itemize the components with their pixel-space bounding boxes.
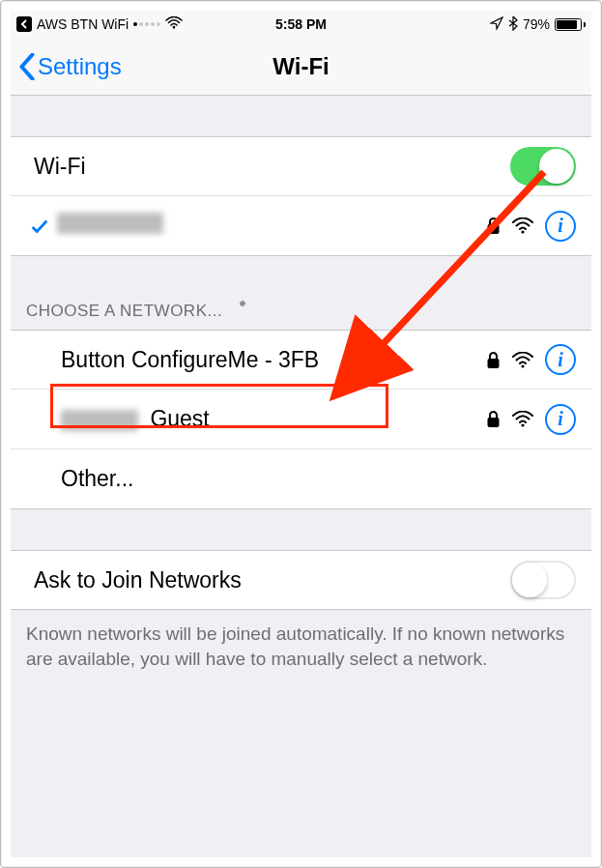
- network-cell-other[interactable]: Other...: [11, 449, 591, 509]
- svg-point-4: [521, 364, 524, 367]
- svg-rect-1: [488, 224, 500, 234]
- choose-network-header: CHOOSE A NETWORK...: [11, 256, 591, 330]
- checkmark-icon: [22, 216, 57, 237]
- wifi-status-icon: [165, 16, 183, 32]
- cell-signal-icon: [133, 22, 160, 26]
- connected-network-cell[interactable]: i: [11, 196, 591, 256]
- network-cell-guest[interactable]: Guest i: [11, 390, 591, 449]
- network-name: Other...: [61, 466, 576, 492]
- back-to-app-label[interactable]: AWS BTN WiFi: [37, 16, 129, 32]
- lock-icon: [486, 217, 501, 235]
- svg-rect-3: [488, 359, 500, 368]
- bluetooth-icon: [508, 15, 518, 34]
- status-bar: AWS BTN WiFi 5:58 PM 79%: [11, 11, 591, 38]
- wifi-toggle[interactable]: [510, 147, 576, 186]
- choose-network-label: CHOOSE A NETWORK...: [26, 302, 222, 321]
- ask-join-toggle[interactable]: [510, 561, 576, 599]
- svg-point-2: [521, 230, 524, 233]
- info-button[interactable]: i: [545, 344, 576, 375]
- ask-join-cell: Ask to Join Networks: [11, 550, 591, 610]
- spinner-icon: [232, 301, 253, 322]
- location-icon: [490, 16, 503, 33]
- connected-network-name: [57, 213, 486, 240]
- battery-icon: [555, 18, 586, 31]
- back-button[interactable]: Settings: [18, 53, 122, 80]
- wifi-signal-icon: [512, 411, 533, 427]
- svg-point-0: [173, 26, 176, 29]
- device-screen: AWS BTN WiFi 5:58 PM 79%: [11, 11, 591, 857]
- wifi-label: Wi-Fi: [34, 154, 510, 180]
- info-button[interactable]: i: [545, 404, 576, 435]
- wifi-signal-icon: [512, 217, 533, 234]
- lock-icon: [486, 410, 501, 428]
- wifi-toggle-group: Wi-Fi i: [11, 136, 591, 256]
- back-to-app-icon[interactable]: [16, 16, 32, 32]
- svg-point-6: [521, 423, 524, 426]
- network-cell-button-configureme[interactable]: Button ConfigureMe - 3FB i: [11, 330, 591, 390]
- wifi-signal-icon: [512, 352, 533, 368]
- ask-join-footer: Known networks will be joined automatica…: [11, 610, 591, 671]
- back-button-label: Settings: [38, 53, 122, 80]
- battery-percent: 79%: [523, 16, 550, 32]
- ask-join-label: Ask to Join Networks: [34, 567, 510, 593]
- network-name: Button ConfigureMe - 3FB: [61, 347, 486, 373]
- wifi-toggle-cell: Wi-Fi: [11, 136, 591, 196]
- nav-bar: Settings Wi-Fi: [11, 38, 591, 96]
- svg-rect-5: [488, 418, 500, 427]
- network-list: Button ConfigureMe - 3FB i Guest: [11, 330, 591, 509]
- network-name: Guest: [61, 406, 486, 432]
- info-button[interactable]: i: [545, 211, 576, 242]
- lock-icon: [486, 351, 501, 369]
- screenshot-frame: AWS BTN WiFi 5:58 PM 79%: [0, 0, 602, 868]
- ask-join-group: Ask to Join Networks: [11, 550, 591, 610]
